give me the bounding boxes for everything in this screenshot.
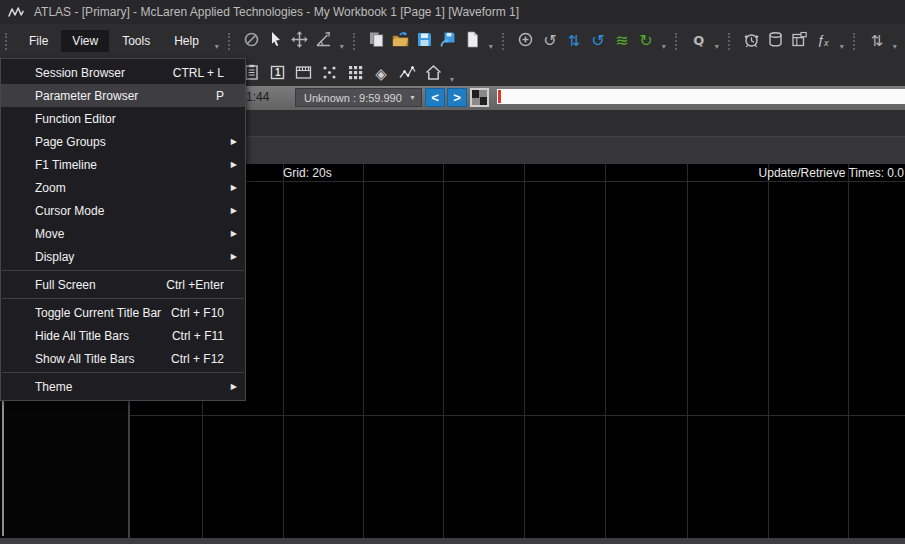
toolbar-button-component[interactable]: ◈ [369, 62, 393, 86]
toolbar-button-page-number[interactable]: 1 [265, 62, 289, 86]
toolbar-grip-handle[interactable] [675, 33, 680, 50]
toolbar-button-swap-vertical-blue[interactable]: ⇅ [563, 29, 585, 53]
toolbar-grip-handle[interactable] [853, 33, 858, 50]
waveform-compare-icon: ≋ [615, 33, 628, 49]
toolbar-grip-handle[interactable] [228, 33, 233, 50]
menu-item-display[interactable]: Display▶ [1, 245, 245, 268]
toolbar-overflow-icon[interactable]: ▾ [336, 27, 348, 55]
data-store-icon [766, 30, 785, 52]
toolbar-grip-handle[interactable] [728, 33, 733, 50]
toolbar-button-home[interactable] [421, 62, 445, 86]
menu-item-move[interactable]: Move▶ [1, 222, 245, 245]
toolbar-button-save-workbook[interactable] [414, 29, 436, 53]
toolbar-overflow-icon[interactable]: ▾ [889, 27, 901, 55]
next-session-button[interactable]: > [447, 88, 467, 107]
submenu-arrow-icon: ▶ [231, 206, 237, 215]
measure-angle-icon [314, 30, 333, 52]
toolbar-button-scatter[interactable] [317, 62, 341, 86]
menu-item-label: Zoom [35, 181, 66, 195]
toolbar-button-line-chart[interactable] [395, 62, 419, 86]
menu-item-cursor-mode[interactable]: Cursor Mode▶ [1, 199, 245, 222]
toolbar-overflow-icon[interactable]: ▾ [836, 27, 848, 55]
toolbar-button-redo-green[interactable]: ↻ [635, 29, 657, 53]
toolbar-button-open-workbook[interactable] [390, 29, 412, 53]
menu-item-theme[interactable]: Theme▶ [1, 375, 245, 398]
menu-item-label: Move [35, 227, 64, 241]
toolbar-grip-handle[interactable] [353, 33, 358, 50]
waveform-logo-icon [8, 6, 24, 19]
menu-item-f1-timeline[interactable]: F1 Timeline▶ [1, 153, 245, 176]
grid-view-icon [346, 63, 365, 85]
toolbar-button-function-editor[interactable]: ƒx [813, 29, 835, 53]
menu-item-function-editor[interactable]: Function Editor [1, 107, 245, 130]
toolbar-button-undo-gray[interactable]: ↺ [539, 29, 561, 53]
toolbar-button-zoom-in[interactable] [515, 29, 537, 53]
sidebar-scrollbar[interactable] [2, 400, 4, 536]
svg-text:x: x [823, 38, 829, 48]
toolbar-button-new-report[interactable] [366, 29, 388, 53]
toolbar-button-swap-vertical-gray[interactable]: ⇅ [866, 29, 888, 53]
session-range-dropdown[interactable]: Unknown : 9:59.990 ▼ [295, 88, 422, 107]
line-chart-icon [398, 63, 417, 85]
toolbar-grip-handle[interactable] [502, 33, 507, 50]
toolbar-button-hide-parameters[interactable] [241, 29, 263, 53]
menubar-item-view[interactable]: View [61, 30, 109, 52]
menu-item-label: Toggle Current Title Bar [35, 306, 161, 320]
new-report-icon [367, 30, 386, 52]
home-icon [424, 63, 443, 85]
menu-item-parameter-browser[interactable]: Parameter BrowserP [1, 84, 245, 107]
submenu-arrow-icon: ▶ [231, 183, 237, 192]
main-toolbar-row: FileViewToolsHelp▾▾▾↺⇅↺≋↻▾Q▾ƒx▾⇅▾ [0, 24, 905, 58]
finish-flag-icon[interactable] [470, 88, 489, 107]
submenu-arrow-icon: ▶ [231, 252, 237, 261]
grid-interval-label: Grid: 20s [283, 166, 332, 180]
toolbar-grip-handle[interactable] [5, 33, 10, 50]
menu-item-label: Parameter Browser [35, 89, 138, 103]
menubar-item-file[interactable]: File [18, 30, 59, 52]
toolbar-overflow-icon[interactable]: ▾ [446, 60, 458, 88]
select-cursor-icon [266, 30, 285, 52]
toolbar-button-timebase[interactable] [291, 62, 315, 86]
menubar-item-tools[interactable]: Tools [111, 30, 161, 52]
menu-item-toggle-current-title-bar[interactable]: Toggle Current Title BarCtrl + F10 [1, 301, 245, 324]
menu-item-full-screen[interactable]: Full ScreenCtrl +Enter [1, 273, 245, 296]
toolbar-button-select-cursor[interactable] [265, 29, 287, 53]
import-export-workbook-icon [439, 30, 458, 52]
menu-item-hide-all-title-bars[interactable]: Hide All Title BarsCtrl + F11 [1, 324, 245, 347]
toolbar-overflow-icon[interactable]: ▾ [485, 27, 497, 55]
view-menu-dropdown: Session BrowserCTRL + LParameter Browser… [0, 58, 246, 401]
waveform-horizontal-gridline [130, 415, 905, 416]
toolbar-button-alarm[interactable] [741, 29, 763, 53]
current-time-label: 1:44 [246, 90, 269, 104]
toolbar-button-waveform-compare[interactable]: ≋ [611, 29, 633, 53]
toolbar-button-import-export-workbook[interactable] [438, 29, 460, 53]
menu-item-session-browser[interactable]: Session BrowserCTRL + L [1, 61, 245, 84]
undo-gray-icon: ↺ [543, 33, 556, 49]
waveform-vertical-gridline [283, 164, 284, 538]
timeline-range-bar[interactable] [497, 89, 905, 104]
toolbar-button-measure-angle[interactable] [313, 29, 335, 53]
toolbar-button-grid-view[interactable] [343, 62, 367, 86]
menu-item-page-groups[interactable]: Page Groups▶ [1, 130, 245, 153]
toolbar-button-move-crosshair[interactable] [289, 29, 311, 53]
previous-session-button[interactable]: < [425, 88, 445, 107]
menubar-item-help[interactable]: Help [163, 30, 210, 52]
menubar-overflow-icon[interactable]: ▾ [211, 27, 223, 55]
timeline-cursor-marker[interactable] [498, 90, 501, 103]
menu-item-zoom[interactable]: Zoom▶ [1, 176, 245, 199]
hide-parameters-icon [242, 30, 261, 52]
toolbar-button-quick-access[interactable]: Q [688, 29, 710, 53]
toolbar-button-form-view[interactable] [789, 29, 811, 53]
toolbar-overflow-icon[interactable]: ▾ [658, 27, 670, 55]
toolbar-button-undo-blue[interactable]: ↺ [587, 29, 609, 53]
menu-item-label: Full Screen [35, 278, 96, 292]
menu-item-shortcut: P [216, 89, 237, 103]
toolbar-button-data-store[interactable] [765, 29, 787, 53]
save-workbook-icon [415, 30, 434, 52]
toolbar-button-new-document[interactable] [462, 29, 484, 53]
session-range-value: Unknown : 9:59.990 [304, 92, 402, 104]
toolbar-overflow-icon[interactable]: ▾ [711, 27, 723, 55]
waveform-vertical-gridline [687, 164, 688, 538]
menubar-item-label: View [72, 34, 98, 48]
menu-item-show-all-title-bars[interactable]: Show All Title BarsCtrl + F12 [1, 347, 245, 370]
